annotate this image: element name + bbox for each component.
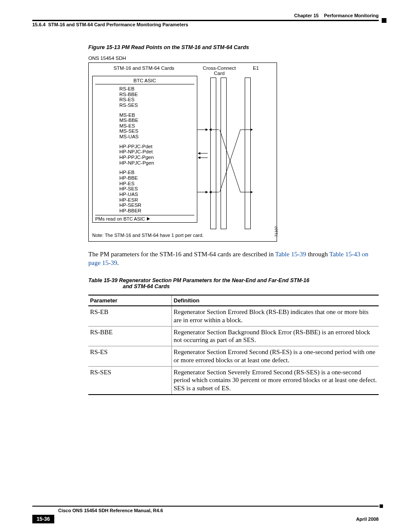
pm-param: MS-ES xyxy=(119,123,194,129)
table-number: Table 15-39 xyxy=(88,277,118,283)
pm-param: RS-SES xyxy=(119,103,194,108)
pm-param: HP-NPJC-Pdet xyxy=(119,149,194,155)
cross-connect-box xyxy=(210,77,227,229)
page-footer: Cisco ONS 15454 SDH Reference Manual, R4… xyxy=(32,506,379,523)
table-row: RS-EB Regenerator Section Errored Block … xyxy=(88,306,379,326)
pm-param: MS-EB xyxy=(119,112,194,118)
asic-title: BTC ASIC xyxy=(95,78,194,84)
chapter-title: Performance Monitoring xyxy=(324,13,379,18)
figure-title: PM Read Points on the STM-16 and STM-64 … xyxy=(121,44,249,50)
pm-param: HP-SESR xyxy=(119,202,194,208)
table-title-line2: and STM-64 Cards xyxy=(123,283,379,289)
def-cell: Regenerator Section Severely Errored Sec… xyxy=(172,366,379,395)
e1-box xyxy=(245,77,251,229)
pm-param: MS-UAS xyxy=(119,134,194,140)
pm-param: HP-ESR xyxy=(119,197,194,203)
pm-param: HP-BBER xyxy=(119,208,194,214)
pm-param: HP-ES xyxy=(119,181,194,187)
subheader: 15.6.4 STM-16 and STM-64 Card Performanc… xyxy=(32,22,379,27)
connection-arrows xyxy=(197,84,273,235)
card-label: STM-16 and STM-64 Cards xyxy=(92,65,196,76)
param-cell: RS-SES xyxy=(88,366,172,395)
pm-param: MS-BBE xyxy=(119,118,194,123)
pm-param: HP-BBE xyxy=(119,175,194,181)
pm-param: HP-EB xyxy=(119,170,194,175)
table-row: RS-ES Regenerator Section Errored Second… xyxy=(88,346,379,367)
col-header-definition: Definition xyxy=(172,295,379,306)
pm-read-label: PMs read on BTC ASIC xyxy=(95,215,194,221)
def-cell: Regenerator Section Errored Block (RS-EB… xyxy=(172,306,379,326)
table-link[interactable]: Table 15-39 xyxy=(275,251,306,258)
figure-id: 71107 xyxy=(274,226,278,237)
param-group-ms: MS-EB MS-BBE MS-ES MS-SES MS-UAS xyxy=(119,112,194,140)
param-cell: RS-ES xyxy=(88,346,172,367)
table-row: RS-BBE Regenerator Section Background Bl… xyxy=(88,326,379,346)
btc-asic-box: BTC ASIC RS-EB RS-BBE RS-ES RS-SES MS-EB… xyxy=(92,76,197,223)
param-group-rs: RS-EB RS-BBE RS-ES RS-SES xyxy=(119,86,194,108)
param-group-pjc: HP-PPJC-Pdet HP-NPJC-Pdet HP-PPJC-Pgen H… xyxy=(119,144,194,166)
body-paragraph: The PM parameters for the STM-16 and STM… xyxy=(88,250,379,267)
pm-parameter-table: Parameter Definition RS-EB Regenerator S… xyxy=(88,295,379,395)
param-cell: RS-EB xyxy=(88,306,172,326)
pm-param: HP-SES xyxy=(119,186,194,192)
footer-doc-title: Cisco ONS 15454 SDH Reference Manual, R4… xyxy=(58,508,379,513)
pm-param: RS-EB xyxy=(119,86,194,92)
pm-param: HP-PPJC-Pgen xyxy=(119,155,194,160)
pm-param: HP-NPJC-Pgen xyxy=(119,160,194,166)
pm-param: MS-SES xyxy=(119,128,194,134)
table-caption: Table 15-39 Regenerator Section PM Param… xyxy=(88,277,379,289)
def-cell: Regenerator Section Background Block Err… xyxy=(172,326,379,346)
pm-param: RS-BBE xyxy=(119,92,194,97)
diagram-note: Note: The STM-16 and STM-64 have 1 port … xyxy=(92,233,273,238)
page-header: Chapter 15 Performance Monitoring xyxy=(32,13,379,18)
table-title-line1: Regenerator Section PM Parameters for th… xyxy=(119,277,309,283)
header-rule xyxy=(32,20,379,21)
diagram-top-title: ONS 15454 SDH xyxy=(88,56,379,61)
table-row: RS-SES Regenerator Section Severely Erro… xyxy=(88,366,379,395)
pm-param: HP-UAS xyxy=(119,192,194,197)
e1-label: E1 xyxy=(247,65,265,76)
cross-connect-label: Cross-Connect Card xyxy=(200,65,239,76)
section-number: 15.6.4 xyxy=(32,22,46,27)
section-title: STM-16 and STM-64 Card Performance Monit… xyxy=(48,22,188,27)
chapter-label: Chapter 15 xyxy=(294,13,319,18)
figure-diagram: ONS 15454 SDH STM-16 and STM-64 Cards Cr… xyxy=(88,56,379,242)
page-number: 15-36 xyxy=(32,515,54,523)
arrow-icon xyxy=(147,217,150,221)
param-cell: RS-BBE xyxy=(88,326,172,346)
pm-param: HP-PPJC-Pdet xyxy=(119,144,194,149)
pm-param: RS-ES xyxy=(119,97,194,103)
col-header-parameter: Parameter xyxy=(88,295,172,306)
figure-caption: Figure 15-13 PM Read Points on the STM-1… xyxy=(88,44,379,50)
def-cell: Regenerator Section Errored Second (RS-E… xyxy=(172,346,379,367)
footer-date: April 2008 xyxy=(356,516,379,522)
figure-number: Figure 15-13 xyxy=(88,44,120,50)
param-group-hp: HP-EB HP-BBE HP-ES HP-SES HP-UAS HP-ESR … xyxy=(119,170,194,213)
